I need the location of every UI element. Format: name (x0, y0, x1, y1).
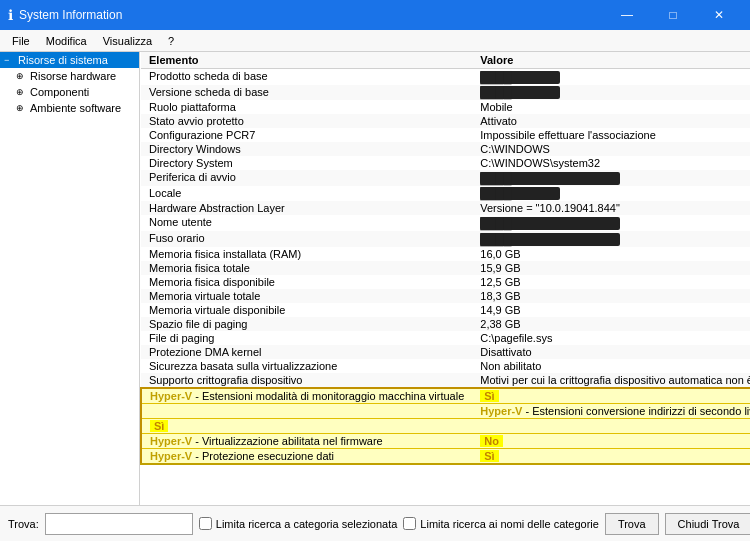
title-bar: ℹ System Information — □ ✕ (0, 0, 750, 30)
table-row: Memoria virtuale totale18,3 GB (141, 289, 750, 303)
table-row: Locale████ (141, 186, 750, 202)
sidebar-item-componenti[interactable]: ⊕ Componenti (0, 84, 139, 100)
menu-modifica[interactable]: Modifica (38, 33, 95, 49)
menu-help[interactable]: ? (160, 33, 182, 49)
cell-hyperv-element: Hyper-V - Protezione esecuzione dati (141, 448, 472, 464)
table-row: Sicurezza basata sulla virtualizzazioneN… (141, 359, 750, 373)
cell-element: Hardware Abstraction Layer (141, 201, 472, 215)
expand-icon-hardware: ⊕ (16, 71, 28, 81)
sidebar-label-ambiente-software: Ambiente software (30, 102, 121, 114)
content-area: Elemento Valore Prodotto scheda di base█… (140, 52, 750, 505)
window-controls: — □ ✕ (604, 0, 742, 30)
cell-element: Stato avvio protetto (141, 114, 472, 128)
find-checkbox-area2: Limita ricerca ai nomi delle categorie (403, 517, 599, 530)
hyper-v-row: Hyper-V - Estensioni modalità di monitor… (141, 388, 750, 404)
table-row: Periferica di avvio████ (141, 170, 750, 186)
table-row: Memoria virtuale disponibile14,9 GB (141, 303, 750, 317)
find-label: Trova: (8, 518, 39, 530)
table-row: Stato avvio protettoAttivato (141, 114, 750, 128)
redacted-value: ████ (480, 217, 620, 230)
cell-value: C:\WINDOWS (472, 142, 750, 156)
sidebar-label-risorse-hardware: Risorse hardware (30, 70, 116, 82)
expand-icon-ambiente: ⊕ (16, 103, 28, 113)
cell-element: Memoria virtuale disponibile (141, 303, 472, 317)
table-row: Directory SystemC:\WINDOWS\system32 (141, 156, 750, 170)
cell-hyperv-element: Sì (141, 418, 472, 433)
table-row: Supporto crittografia dispositivoMotivi … (141, 373, 750, 388)
col-header-elemento: Elemento (141, 52, 472, 69)
cell-value: Disattivato (472, 345, 750, 359)
table-row: Memoria fisica installata (RAM)16,0 GB (141, 247, 750, 261)
cell-value: 2,38 GB (472, 317, 750, 331)
cell-element: Fuso orario (141, 231, 472, 247)
cell-element: Spazio file di paging (141, 317, 472, 331)
cell-hyperv-element: Hyper-V - Estensioni modalità di monitor… (141, 388, 472, 404)
cell-value: 12,5 GB (472, 275, 750, 289)
menu-bar: File Modifica Visualizza ? (0, 30, 750, 52)
table-row: Memoria fisica disponibile12,5 GB (141, 275, 750, 289)
cell-element: Memoria virtuale totale (141, 289, 472, 303)
cell-element: File di paging (141, 331, 472, 345)
hyper-v-row: Hyper-V - Protezione esecuzione dati Sì (141, 448, 750, 464)
minimize-button[interactable]: — (604, 0, 650, 30)
find-input[interactable] (45, 513, 193, 535)
main-layout: − Risorse di sistema ⊕ Risorse hardware … (0, 52, 750, 505)
cell-hyperv-value: No (472, 433, 750, 448)
table-row: Hardware Abstraction LayerVersione = "10… (141, 201, 750, 215)
menu-visualizza[interactable]: Visualizza (95, 33, 160, 49)
expand-icon: − (4, 55, 16, 65)
cell-element: Sicurezza basata sulla virtualizzazione (141, 359, 472, 373)
cell-value: C:\pagefile.sys (472, 331, 750, 345)
sidebar-item-risorse-sistema[interactable]: − Risorse di sistema (0, 52, 139, 68)
table-row: Spazio file di paging2,38 GB (141, 317, 750, 331)
cell-value: Mobile (472, 100, 750, 114)
content-scroll[interactable]: Elemento Valore Prodotto scheda di base█… (140, 52, 750, 505)
table-row: Protezione DMA kernelDisattivato (141, 345, 750, 359)
checkbox-category[interactable] (199, 517, 212, 530)
redacted-value: ████ (480, 71, 560, 84)
close-find-button[interactable]: Chiudi Trova (665, 513, 750, 535)
cell-element: Configurazione PCR7 (141, 128, 472, 142)
menu-file[interactable]: File (4, 33, 38, 49)
cell-element: Nome utente (141, 215, 472, 231)
cell-value: ████ (472, 69, 750, 85)
maximize-button[interactable]: □ (650, 0, 696, 30)
close-button[interactable]: ✕ (696, 0, 742, 30)
sidebar-label-risorse-sistema: Risorse di sistema (18, 54, 108, 66)
find-button[interactable]: Trova (605, 513, 659, 535)
cell-element: Locale (141, 186, 472, 202)
cell-hyperv-value: Sì (472, 448, 750, 464)
cell-value: Non abilitato (472, 359, 750, 373)
redacted-value: ████ (480, 233, 620, 246)
cell-element: Memoria fisica totale (141, 261, 472, 275)
cell-element: Directory Windows (141, 142, 472, 156)
cell-element: Periferica di avvio (141, 170, 472, 186)
find-bar: Trova: Limita ricerca a categoria selezi… (0, 505, 750, 541)
cell-element: Protezione DMA kernel (141, 345, 472, 359)
hyper-v-row: Hyper-V - Estensioni conversione indiriz… (141, 403, 750, 418)
table-row: Configurazione PCR7Impossibile effettuar… (141, 128, 750, 142)
cell-element: Versione scheda di base (141, 85, 472, 101)
table-row: Ruolo piattaformaMobile (141, 100, 750, 114)
table-row: Directory WindowsC:\WINDOWS (141, 142, 750, 156)
find-checkbox-area: Limita ricerca a categoria selezionata (199, 517, 398, 530)
cell-element: Ruolo piattaforma (141, 100, 472, 114)
checkbox-names[interactable] (403, 517, 416, 530)
cell-hyperv-element (141, 403, 472, 418)
table-row: Memoria fisica totale15,9 GB (141, 261, 750, 275)
cell-value: Motivi per cui la crittografia dispositi… (472, 373, 750, 388)
cell-value: 16,0 GB (472, 247, 750, 261)
cell-hyperv-value: Sì (472, 388, 750, 404)
cell-value: C:\WINDOWS\system32 (472, 156, 750, 170)
cell-element: Memoria fisica installata (RAM) (141, 247, 472, 261)
cell-hyperv-value (472, 418, 750, 433)
redacted-value: ████ (480, 86, 560, 99)
sidebar-item-risorse-hardware[interactable]: ⊕ Risorse hardware (0, 68, 139, 84)
sidebar-label-componenti: Componenti (30, 86, 89, 98)
cell-value: 18,3 GB (472, 289, 750, 303)
sidebar-item-ambiente-software[interactable]: ⊕ Ambiente software (0, 100, 139, 116)
checkbox-names-label: Limita ricerca ai nomi delle categorie (420, 518, 599, 530)
cell-value: Versione = "10.0.19041.844" (472, 201, 750, 215)
cell-value: ████ (472, 231, 750, 247)
col-header-valore: Valore (472, 52, 750, 69)
